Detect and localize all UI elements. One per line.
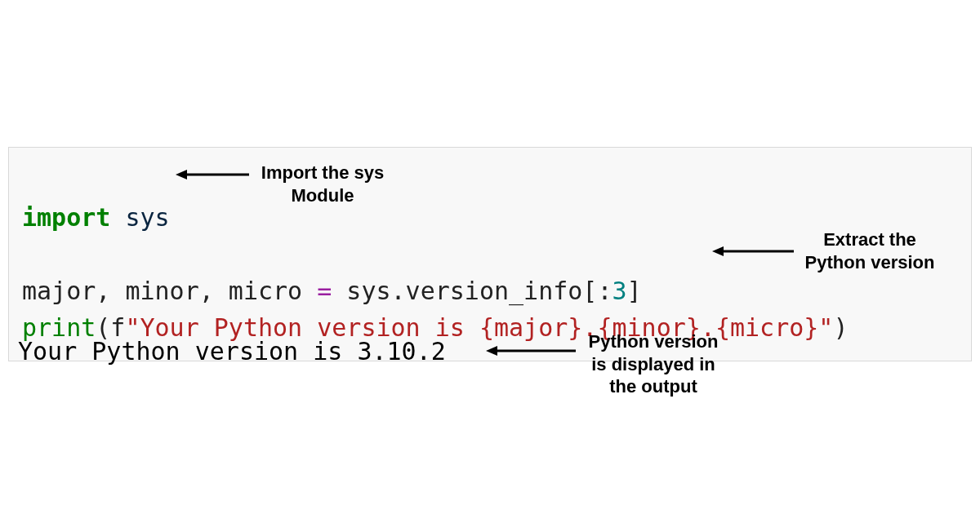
annotation-line: Module (253, 184, 392, 207)
code-line-3: major, minor, micro = sys.version_info[:… (22, 277, 642, 305)
annotation-line: Python version (796, 251, 943, 274)
svg-marker-5 (486, 346, 497, 356)
annotation-import-sys: Import the sys Module (253, 162, 392, 206)
annotation-line: Import the sys (253, 162, 392, 184)
paren-close: ) (833, 313, 848, 342)
keyword-import: import (22, 203, 110, 232)
arrow-to-output (486, 344, 576, 357)
rhs-post: ] (627, 277, 642, 305)
code-line-1: import sys (22, 203, 170, 232)
rhs-pre: sys.version_info[: (346, 277, 612, 305)
annotation-line: Python version (580, 330, 727, 353)
arrow-to-import (176, 168, 249, 181)
annotation-extract-version: Extract the Python version (796, 228, 943, 273)
op-equals: = (317, 277, 332, 305)
arrow-to-extract (712, 245, 794, 258)
annotation-line: Extract the (796, 228, 943, 251)
svg-marker-3 (712, 246, 724, 256)
output-line: Your Python version is 3.10.2 (18, 337, 446, 366)
module-sys: sys (125, 203, 169, 232)
svg-marker-1 (176, 170, 187, 179)
lhs-vars: major, minor, micro (22, 277, 302, 305)
annotation-line: the output (580, 375, 727, 398)
annotation-output-displayed: Python version is displayed in the outpu… (580, 330, 727, 398)
rhs-num: 3 (612, 277, 626, 305)
annotation-line: is displayed in (580, 353, 727, 376)
